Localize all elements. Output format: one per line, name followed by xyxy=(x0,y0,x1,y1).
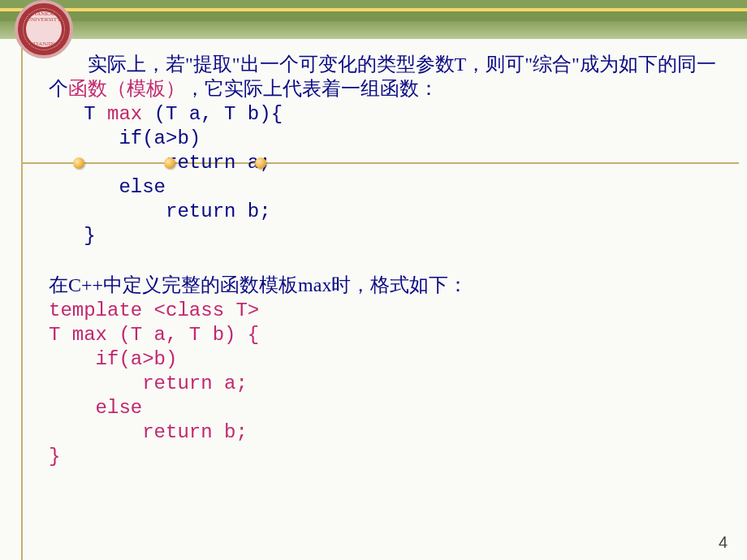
code2-l1: template <class T> xyxy=(49,299,259,321)
page-number: 4 xyxy=(719,533,728,552)
code2-l4: return a; xyxy=(49,373,248,394)
paragraph-1: 实际上，若"提取"出一个可变化的类型参数T，则可"综合"成为如下的同一个函数（模… xyxy=(49,52,723,101)
header-band xyxy=(0,0,747,39)
vertical-divider xyxy=(21,39,23,560)
bullet-dot-icon xyxy=(255,157,266,169)
code1-func-name: max xyxy=(107,103,142,125)
para1-post: ，它实际上代表着一组函数： xyxy=(185,78,438,99)
band-stripe xyxy=(0,21,747,39)
bullet-dot-icon xyxy=(164,157,175,169)
code-block-2: template <class T> T max (T a, T b) { if… xyxy=(49,299,723,469)
para2-text: 在C++中定义完整的函数模板max时，格式如下： xyxy=(49,274,468,295)
code1-func-post: (T a, T b){ xyxy=(142,103,283,125)
slide-content: 实际上，若"提取"出一个可变化的类型参数T，则可"综合"成为如下的同一个函数（模… xyxy=(49,52,723,469)
code1-l4: else xyxy=(49,176,166,198)
code1-l5: return b; xyxy=(49,200,271,222)
code-block-1: T max (T a, T b){ if(a>b) return a; else… xyxy=(49,102,723,248)
code1-func-pre: T xyxy=(49,103,107,125)
code1-l2: if(a>b) xyxy=(49,127,201,149)
paragraph-2: 在C++中定义完整的函数模板max时，格式如下： xyxy=(49,273,723,297)
code1-l6: } xyxy=(49,225,96,247)
university-logo: NANKAI UNIVERSITY TIANJIN xyxy=(15,0,73,58)
logo-text-top: NANKAI UNIVERSITY xyxy=(18,11,70,23)
code2-l2: T max (T a, T b) { xyxy=(49,324,259,346)
code2-l5: else xyxy=(49,397,142,419)
code2-l3: if(a>b) xyxy=(49,348,177,370)
para1-highlight: 函数（模板） xyxy=(68,78,185,99)
bullet-dot-icon xyxy=(73,157,84,169)
code2-l7: } xyxy=(49,446,60,467)
band-stripe xyxy=(0,11,747,21)
code2-l6: return b; xyxy=(49,421,248,443)
logo-text-bottom: TIANJIN xyxy=(18,41,70,47)
band-stripe xyxy=(0,0,747,8)
